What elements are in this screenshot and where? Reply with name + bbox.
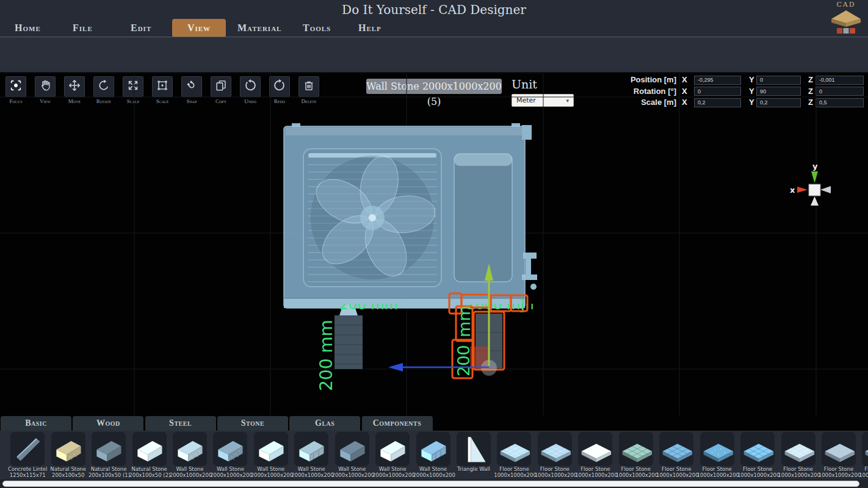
title-bar: Do It Yourself - CAD Designer HomeFileEd… bbox=[0, 0, 868, 37]
material-label-line2: 200x100x50 (2) bbox=[129, 473, 169, 479]
material-list: Concrete Lintel1250x115x71Natural Stone2… bbox=[0, 431, 868, 479]
material-thumbnail bbox=[335, 432, 369, 466]
app-logo-house-icon bbox=[828, 9, 864, 34]
gizmo-x-cone[interactable] bbox=[797, 187, 808, 193]
material-item-21[interactable]: Floor Stone1000x1000x200 bbox=[859, 431, 868, 478]
tab-glas[interactable]: Glas bbox=[289, 416, 360, 431]
gizmo-cube[interactable] bbox=[809, 184, 820, 196]
wall-stone-block-left[interactable] bbox=[335, 315, 363, 369]
material-label-line2: 2000x1000x200 bbox=[210, 473, 250, 479]
material-label-line2: 1000x1000x200 bbox=[819, 473, 859, 479]
material-thumbnail bbox=[781, 432, 816, 466]
material-label-line2: 1000x1000x200 bbox=[535, 473, 575, 479]
material-item-7[interactable]: Wall Stone2000x1000x200 bbox=[291, 431, 331, 478]
material-thumbnail bbox=[659, 432, 693, 466]
material-label-line2: 200x100x50 bbox=[48, 473, 88, 479]
menu-item-view[interactable]: View bbox=[172, 19, 226, 37]
material-item-8[interactable]: Wall Stone2000x1000x200 bbox=[332, 431, 372, 478]
material-item-3[interactable]: Natural Stone200x100x50 (2) bbox=[129, 431, 169, 478]
material-item-15[interactable]: Floor Stone1000x1000x200 bbox=[616, 431, 656, 478]
material-item-11[interactable]: Triangle Wall bbox=[454, 431, 494, 478]
tab-basic[interactable]: Basic bbox=[1, 416, 71, 431]
material-item-10[interactable]: Wall Stone2000x1000x200 bbox=[413, 431, 453, 478]
material-thumbnail bbox=[294, 432, 328, 466]
material-label-line2: 1250x115x71 bbox=[7, 473, 48, 479]
menu-bar: HomeFileEditViewMaterialToolsHelp bbox=[0, 20, 868, 37]
material-label-line2: 1000x1000x200 bbox=[737, 473, 778, 479]
material-thumbnail bbox=[173, 432, 207, 466]
cad-designer-window: Do It Yourself - CAD Designer HomeFileEd… bbox=[0, 0, 868, 488]
menu-item-tools[interactable]: Tools bbox=[303, 20, 331, 37]
dimension-label-left: 200 mm bbox=[316, 320, 336, 391]
material-label-line2: 1000x1000x200 bbox=[575, 473, 615, 479]
material-thumbnail bbox=[578, 432, 612, 466]
viewport-canvas[interactable]: 200 mm 1000 mm ] 200 mm 200 mm bbox=[0, 73, 868, 416]
tab-wood[interactable]: Wood bbox=[73, 416, 143, 431]
material-scrollbar[interactable] bbox=[0, 479, 868, 488]
material-item-5[interactable]: Wall Stone2000x1000x200 bbox=[210, 431, 250, 478]
window-title: Do It Yourself - CAD Designer bbox=[0, 2, 868, 17]
material-thumbnail bbox=[254, 432, 288, 466]
material-label-line2: 2000x1000x200 bbox=[332, 473, 372, 479]
material-item-19[interactable]: Floor Stone1000x1000x200 bbox=[778, 431, 818, 478]
menu-item-home[interactable]: Home bbox=[15, 20, 41, 37]
material-thumbnail bbox=[822, 432, 856, 466]
material-item-1[interactable]: Natural Stone200x100x50 bbox=[48, 431, 88, 478]
material-label-line2: 1000x1000x200 bbox=[696, 473, 737, 479]
material-item-20[interactable]: Floor Stone1000x1000x200 bbox=[819, 431, 859, 478]
material-item-9[interactable]: Wall Stone2000x1000x200 bbox=[372, 431, 413, 478]
gizmo-bottom-cone[interactable] bbox=[811, 196, 819, 206]
dimension-label-right-value: 200 bbox=[454, 345, 473, 376]
material-thumbnail bbox=[92, 432, 126, 466]
toolbar: FocusViewMoveRotateScaleScaleSnapCopyUnd… bbox=[0, 37, 868, 73]
app-logo: CAD bbox=[826, 1, 866, 36]
material-thumbnail bbox=[10, 432, 45, 466]
material-label-line2: 1000x1000x200 bbox=[778, 473, 818, 479]
material-item-4[interactable]: Wall Stone2000x1000x200 bbox=[170, 431, 210, 478]
menu-item-edit[interactable]: Edit bbox=[131, 20, 151, 37]
material-thumbnail bbox=[497, 432, 531, 466]
material-item-2[interactable]: Natural Stone200x100x50 (1) bbox=[89, 431, 129, 478]
material-thumbnail bbox=[538, 432, 572, 466]
material-item-16[interactable]: Floor Stone1000x1000x200 bbox=[656, 431, 696, 478]
material-thumbnail bbox=[457, 432, 491, 466]
material-thumbnail bbox=[619, 432, 653, 466]
orientation-gizmo[interactable]: y x bbox=[790, 162, 831, 206]
menu-item-help[interactable]: Help bbox=[358, 20, 382, 37]
material-thumbnail bbox=[213, 432, 247, 466]
dimension-label-right-unit: mm bbox=[455, 305, 474, 337]
material-thumbnail bbox=[740, 432, 775, 466]
ac-unit-blueprint[interactable] bbox=[284, 123, 537, 308]
material-label-line2: 2000x1000x200 bbox=[372, 473, 413, 479]
gizmo-x-label: x bbox=[790, 185, 795, 195]
gizmo-right-cone[interactable] bbox=[820, 186, 831, 193]
app-logo-text: CAD bbox=[826, 1, 866, 9]
gizmo-y-cone[interactable] bbox=[811, 171, 818, 183]
material-label-line2: 2000x1000x200 bbox=[291, 473, 331, 479]
material-item-13[interactable]: Floor Stone1000x1000x200 bbox=[535, 431, 575, 478]
tab-steel[interactable]: Steel bbox=[145, 416, 216, 431]
material-label-line2: 2000x1000x200 bbox=[170, 473, 210, 479]
material-thumbnail bbox=[416, 432, 450, 466]
material-thumbnail bbox=[862, 432, 868, 466]
material-thumbnail bbox=[700, 432, 734, 466]
material-item-0[interactable]: Concrete Lintel1250x115x71 bbox=[7, 431, 48, 478]
material-item-12[interactable]: Floor Stone1000x1000x200 bbox=[494, 431, 534, 478]
material-item-17[interactable]: Floor Stone1000x1000x200 bbox=[696, 431, 737, 478]
material-item-18[interactable]: Floor Stone1000x1000x200 bbox=[737, 431, 778, 478]
material-label-line1: Triangle Wall bbox=[454, 467, 494, 473]
material-item-14[interactable]: Floor Stone1000x1000x200 bbox=[575, 431, 615, 478]
material-label-line2: 1000x1000x200 bbox=[859, 473, 868, 479]
material-label-line2: 1000x1000x200 bbox=[656, 473, 696, 479]
menu-item-file[interactable]: File bbox=[73, 20, 93, 37]
material-label-line2: 1000x1000x200 bbox=[616, 473, 656, 479]
tab-stone[interactable]: Stone bbox=[217, 416, 288, 431]
material-item-6[interactable]: Wall Stone2000x1000x200 bbox=[251, 431, 291, 478]
material-label-line2: 2000x1000x200 bbox=[251, 473, 291, 479]
material-scrollbar-thumb[interactable] bbox=[2, 481, 859, 487]
menu-item-material[interactable]: Material bbox=[237, 20, 281, 37]
material-label-line2: 1000x1000x200 bbox=[494, 473, 534, 479]
material-thumbnail bbox=[132, 432, 167, 466]
material-label-line2: 200x100x50 (1) bbox=[89, 473, 129, 479]
tab-components[interactable]: Components bbox=[362, 416, 433, 431]
